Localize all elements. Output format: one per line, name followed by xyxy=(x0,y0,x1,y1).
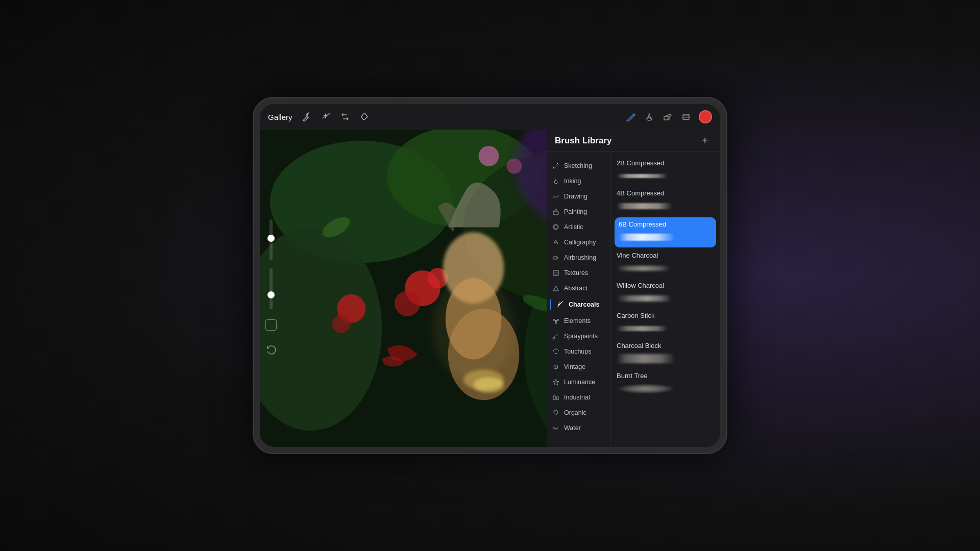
category-airbrushing[interactable]: Airbrushing xyxy=(547,250,610,265)
category-elements[interactable]: Elements xyxy=(547,313,610,329)
brush-preview xyxy=(617,291,714,306)
opacity-thumb[interactable] xyxy=(267,291,275,298)
add-brush-button[interactable]: + xyxy=(698,134,712,148)
svg-rect-33 xyxy=(553,257,557,259)
brush-item-6b[interactable]: 6B Compressed xyxy=(615,217,716,247)
touchups-icon xyxy=(552,347,560,356)
brush-item-2b[interactable]: 2B Compressed xyxy=(610,156,720,186)
svg-point-0 xyxy=(647,117,652,120)
brush-stroke xyxy=(619,234,675,241)
brush-library-title: Brush Library xyxy=(555,136,611,146)
brush-preview xyxy=(617,352,714,366)
category-vintage[interactable]: Vintage xyxy=(547,359,610,374)
svg-point-16 xyxy=(332,315,351,333)
vintage-icon xyxy=(552,363,560,371)
category-label: Airbrushing xyxy=(564,254,596,261)
abstract-icon xyxy=(552,284,560,292)
layers-button[interactable] xyxy=(680,111,692,122)
brush-stroke xyxy=(617,326,668,331)
svg-point-36 xyxy=(553,319,555,321)
brush-name: 2B Compressed xyxy=(617,159,714,167)
pencil-tool-button[interactable] xyxy=(625,111,636,122)
svg-rect-31 xyxy=(553,211,558,215)
transform-icon[interactable] xyxy=(339,111,351,122)
charcoals-icon xyxy=(556,300,565,309)
category-label: Luminance xyxy=(564,379,595,386)
category-water[interactable]: Water xyxy=(547,420,610,436)
category-artistic[interactable]: Artistic xyxy=(547,219,610,235)
brush-name: Charcoal Block xyxy=(617,342,714,349)
checkbox-control[interactable] xyxy=(265,319,277,331)
brush-stroke xyxy=(617,295,672,302)
brush-size-slider[interactable] xyxy=(270,219,273,260)
category-calligraphy[interactable]: Calligraphy xyxy=(547,235,610,250)
category-drawing[interactable]: Drawing xyxy=(547,189,610,204)
svg-point-39 xyxy=(553,337,555,339)
organic-icon xyxy=(552,409,560,417)
undo-button[interactable] xyxy=(264,343,278,357)
textures-icon xyxy=(552,269,560,277)
brush-panel-inner: Sketching Inking Drawing xyxy=(547,152,720,447)
industrial-icon xyxy=(552,393,560,402)
brush-preview xyxy=(619,230,712,244)
category-organic[interactable]: Organic xyxy=(547,405,610,420)
brush-item-4b[interactable]: 4B Compressed xyxy=(610,186,720,216)
painting-icon xyxy=(552,208,560,216)
water-icon xyxy=(552,424,560,432)
category-luminance[interactable]: Luminance xyxy=(547,374,610,390)
magic-wand-icon[interactable] xyxy=(320,111,331,122)
svg-rect-45 xyxy=(553,396,555,399)
brush-preview xyxy=(617,321,714,336)
brush-stroke xyxy=(617,174,668,178)
svg-rect-2 xyxy=(683,114,689,119)
selection-icon[interactable] xyxy=(359,111,370,122)
brush-item-willow[interactable]: Willow Charcoal xyxy=(610,279,720,309)
category-label: Artistic xyxy=(564,223,583,231)
category-label: Spraypaints xyxy=(564,333,598,340)
brush-stroke xyxy=(617,354,675,363)
category-label: Organic xyxy=(564,409,586,416)
panel-header: Brush Library + xyxy=(547,130,720,152)
brush-name: Vine Charcoal xyxy=(617,252,714,259)
brush-item-charcoal-block[interactable]: Charcoal Block xyxy=(610,339,720,369)
smudge-tool-button[interactable] xyxy=(644,111,655,122)
luminance-icon xyxy=(552,378,560,386)
color-swatch[interactable] xyxy=(699,110,712,123)
brush-name: 4B Compressed xyxy=(617,189,714,197)
toolbar-right xyxy=(625,110,712,123)
opacity-slider[interactable] xyxy=(270,268,273,309)
category-charcoals[interactable]: Charcoals xyxy=(547,296,610,313)
category-spraypaints[interactable]: Spraypaints xyxy=(547,329,610,344)
category-painting[interactable]: Painting xyxy=(547,204,610,219)
category-industrial[interactable]: Industrial xyxy=(547,390,610,405)
gallery-button[interactable]: Gallery xyxy=(268,113,292,121)
spraypaints-icon xyxy=(552,332,560,340)
category-label: Calligraphy xyxy=(564,239,596,246)
eraser-tool-button[interactable] xyxy=(662,111,673,122)
svg-point-41 xyxy=(556,335,557,336)
sketching-icon xyxy=(552,162,560,170)
brush-preview xyxy=(617,169,714,183)
svg-rect-46 xyxy=(556,397,558,399)
brush-item-vine[interactable]: Vine Charcoal xyxy=(610,248,720,279)
category-label: Charcoals xyxy=(569,301,599,308)
brush-stroke xyxy=(617,384,675,394)
brush-item-burnt[interactable]: Burnt Tree xyxy=(610,369,720,399)
category-inking[interactable]: Inking xyxy=(547,173,610,189)
brush-stroke xyxy=(617,266,670,271)
top-toolbar: Gallery xyxy=(260,104,720,130)
category-abstract[interactable]: Abstract xyxy=(547,281,610,296)
ipad-screen: Gallery xyxy=(260,104,720,447)
category-textures[interactable]: Textures xyxy=(547,265,610,281)
svg-point-38 xyxy=(555,322,557,324)
category-sketching[interactable]: Sketching xyxy=(547,158,610,173)
calligraphy-icon xyxy=(552,238,560,246)
brush-name: 6B Compressed xyxy=(619,220,712,228)
brush-name: Willow Charcoal xyxy=(617,282,714,289)
brush-item-carbon[interactable]: Carbon Stick xyxy=(610,309,720,339)
brush-preview xyxy=(617,382,714,396)
category-touchups[interactable]: Touchups xyxy=(547,344,610,359)
brush-size-thumb[interactable] xyxy=(267,235,275,242)
category-label: Inking xyxy=(564,178,581,185)
wrench-icon[interactable] xyxy=(301,111,312,122)
